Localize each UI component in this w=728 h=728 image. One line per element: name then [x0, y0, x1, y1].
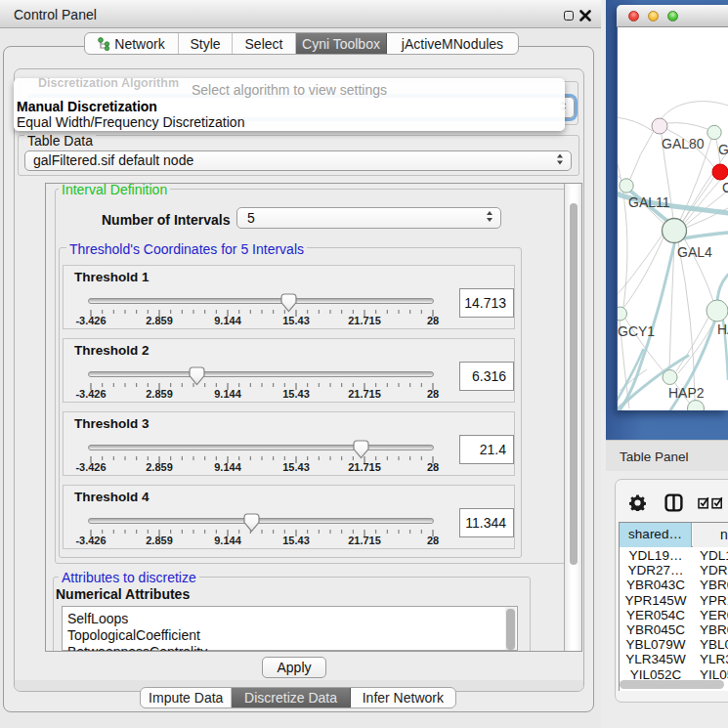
svg-text:GA: GA — [718, 142, 728, 157]
svg-text:GAL4: GAL4 — [677, 244, 712, 260]
svg-text:GCY1: GCY1 — [618, 323, 655, 339]
svg-text:CY: CY — [722, 180, 728, 195]
svg-text:GAL80: GAL80 — [662, 136, 705, 151]
svg-text:HA: HA — [717, 321, 728, 337]
svg-text:HAP2: HAP2 — [668, 385, 705, 401]
svg-text:GAL11: GAL11 — [628, 194, 670, 210]
